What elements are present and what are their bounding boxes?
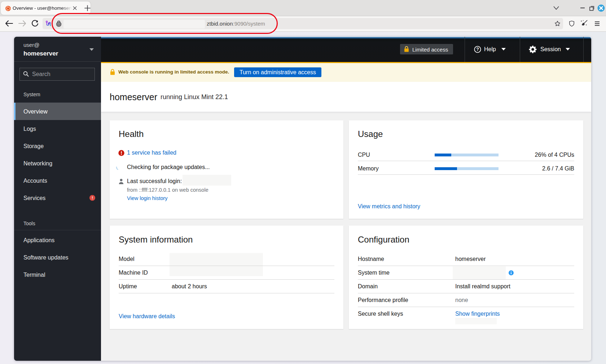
svg-text:?: ? [476,47,479,52]
